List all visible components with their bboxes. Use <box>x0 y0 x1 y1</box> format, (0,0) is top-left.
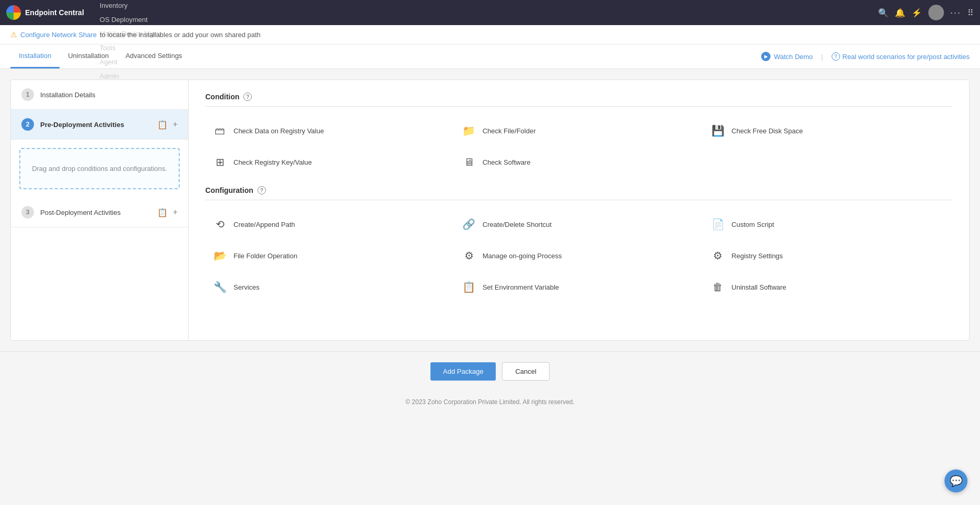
config-item-set-environment-variable[interactable]: 📋 Set Environment Variable <box>454 271 704 303</box>
page-footer: © 2023 Zoho Corporation Private Limited.… <box>0 391 980 413</box>
right-panel: Condition ? 🗃 Check Data on Registry Val… <box>189 80 969 340</box>
check-software-icon: 🖥 <box>461 154 477 170</box>
check-registry-key-icon: ⊞ <box>212 154 228 170</box>
file-folder-operation-icon: 📂 <box>212 247 228 264</box>
main-content: 1 Installation Details 2 Pre-Deployment … <box>0 69 980 351</box>
config-item-file-folder-operation[interactable]: 📂 File Folder Operation <box>205 240 454 271</box>
navbar-right: 🔍 🔔 ⚡ ··· ⠿ <box>878 5 974 20</box>
config-item-uninstall-software[interactable]: 🗑 Uninstall Software <box>703 271 952 303</box>
main-card: 1 Installation Details 2 Pre-Deployment … <box>10 79 970 341</box>
step-2-number: 2 <box>21 118 34 131</box>
lightning-icon[interactable]: ⚡ <box>912 8 922 18</box>
tabs-right: ▶ Watch Demo | ? Real world scenarios fo… <box>761 52 970 61</box>
condition-item-check-data-registry[interactable]: 🗃 Check Data on Registry Value <box>205 115 454 146</box>
cancel-button[interactable]: Cancel <box>502 362 549 381</box>
nav-item-os-deployment[interactable]: OS Deployment <box>95 13 170 27</box>
configure-network-share-link[interactable]: Configure Network Share <box>20 31 97 39</box>
condition-item-check-registry-key[interactable]: ⊞ Check Registry Key/Value <box>205 146 454 178</box>
services-icon: 🔧 <box>212 279 228 295</box>
add-icon[interactable]: + <box>173 120 178 129</box>
tab-installation[interactable]: Installation <box>10 44 60 68</box>
custom-script-icon: 📄 <box>709 216 726 233</box>
check-data-registry-icon: 🗃 <box>212 122 228 139</box>
avatar[interactable] <box>928 5 944 20</box>
nav-item-inventory[interactable]: Inventory <box>95 0 170 13</box>
step-3-actions: 📋 + <box>157 208 178 217</box>
navbar: Endpoint Central HomeConfigurationsThrea… <box>0 0 980 25</box>
footer-area: Add Package Cancel <box>0 351 980 391</box>
condition-item-check-file-folder[interactable]: 📁 Check File/Folder <box>454 115 704 146</box>
condition-grid: 🗃 Check Data on Registry Value 📁 Check F… <box>205 115 952 178</box>
watch-demo-button[interactable]: ▶ Watch Demo <box>761 52 813 61</box>
step-1-number: 1 <box>21 88 34 101</box>
tab-uninstallation[interactable]: Uninstallation <box>60 44 117 68</box>
step-2-actions: 📋 + <box>157 120 178 130</box>
play-icon: ▶ <box>761 52 771 61</box>
grid-icon[interactable]: ⠿ <box>967 8 974 18</box>
manage-ongoing-process-icon: ⚙ <box>461 247 477 264</box>
brand-logo <box>6 5 21 20</box>
left-panel: 1 Installation Details 2 Pre-Deployment … <box>11 80 189 340</box>
question-circle-icon: ? <box>832 52 840 61</box>
step-2[interactable]: 2 Pre-Deployment Activities 📋 + <box>11 110 188 140</box>
tabs-divider: | <box>821 53 823 61</box>
brand-name: Endpoint Central <box>25 8 84 17</box>
check-free-disk-space-icon: 💾 <box>709 122 726 139</box>
real-world-link[interactable]: ? Real world scenarios for pre/post acti… <box>832 52 970 61</box>
step-3[interactable]: 3 Post-Deployment Activities 📋 + <box>11 198 188 227</box>
more-icon[interactable]: ··· <box>950 7 961 18</box>
brand[interactable]: Endpoint Central <box>6 5 84 20</box>
bell-icon[interactable]: 🔔 <box>895 8 905 18</box>
drop-zone: Drag and drop conditions and configurati… <box>19 148 180 189</box>
config-item-manage-ongoing-process[interactable]: ⚙ Manage on-going Process <box>454 240 704 271</box>
uninstall-software-icon: 🗑 <box>709 279 726 295</box>
step-3-number: 3 <box>21 206 34 219</box>
config-item-custom-script[interactable]: 📄 Custom Script <box>703 209 952 240</box>
add-2-icon[interactable]: + <box>173 208 178 217</box>
config-item-registry-settings[interactable]: ⚙ Registry Settings <box>703 240 952 271</box>
add-package-button[interactable]: Add Package <box>430 362 496 381</box>
check-file-folder-icon: 📁 <box>461 122 477 139</box>
configuration-section-title: Configuration ? <box>205 186 952 200</box>
tab-advanced-settings[interactable]: Advanced Settings <box>117 44 190 68</box>
step-1[interactable]: 1 Installation Details <box>11 80 188 110</box>
nav-items: HomeConfigurationsThreats & PatchesSoftw… <box>95 0 170 83</box>
clipboard-2-icon[interactable]: 📋 <box>157 208 168 217</box>
condition-help-icon[interactable]: ? <box>243 93 252 101</box>
condition-item-check-free-disk-space[interactable]: 💾 Check Free Disk Space <box>703 115 952 146</box>
tabs-bar: Installation Uninstallation Advanced Set… <box>0 44 980 69</box>
config-item-services[interactable]: 🔧 Services <box>205 271 454 303</box>
condition-item-check-software[interactable]: 🖥 Check Software <box>454 146 704 178</box>
warning-icon: ⚠ <box>10 30 17 39</box>
step-1-label: Installation Details <box>40 91 96 99</box>
step-2-label: Pre-Deployment Activities <box>40 121 124 129</box>
registry-settings-icon: ⚙ <box>709 247 726 264</box>
configuration-grid: ⟲ Create/Append Path 🔗 Create/Delete Sho… <box>205 209 952 303</box>
create-delete-shortcut-icon: 🔗 <box>461 216 477 233</box>
condition-section-title: Condition ? <box>205 93 952 107</box>
info-bar-text: to locate the installables or add your o… <box>100 31 261 39</box>
step-3-label: Post-Deployment Activities <box>40 209 121 216</box>
clipboard-icon[interactable]: 📋 <box>157 120 168 130</box>
set-environment-variable-icon: 📋 <box>461 279 477 295</box>
search-icon[interactable]: 🔍 <box>878 8 889 18</box>
config-item-create-delete-shortcut[interactable]: 🔗 Create/Delete Shortcut <box>454 209 704 240</box>
config-item-create-append-path[interactable]: ⟲ Create/Append Path <box>205 209 454 240</box>
configuration-help-icon[interactable]: ? <box>258 186 266 194</box>
create-append-path-icon: ⟲ <box>212 216 228 233</box>
